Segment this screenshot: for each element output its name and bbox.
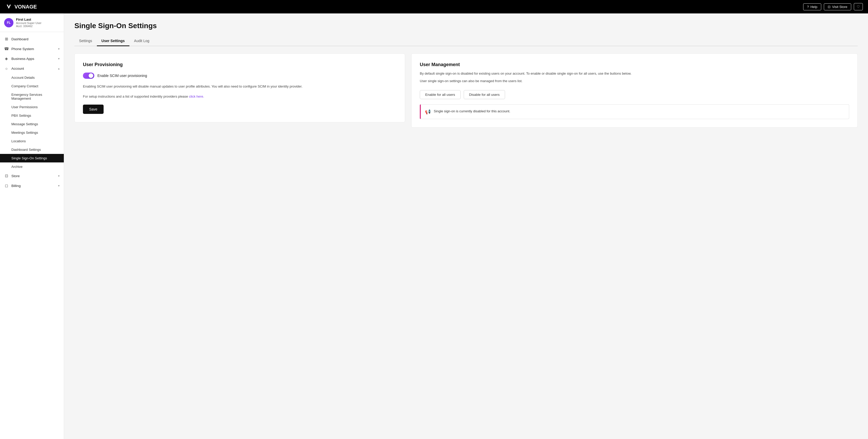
provisioning-description2: For setup instructions and a list of sup… <box>83 94 397 99</box>
scim-toggle[interactable] <box>83 72 94 79</box>
sidebar-item-label: Store <box>11 174 20 178</box>
provisioning-description: Enabling SCIM user provisioning will dis… <box>83 84 397 89</box>
click-here-link[interactable]: click here. <box>189 95 204 98</box>
scim-toggle-row: Enable SCIM user provisioning <box>83 72 397 79</box>
sidebar-item-label: Account <box>11 67 24 70</box>
avatar: FL <box>4 18 13 27</box>
user-provisioning-card: User Provisioning Enable SCIM user provi… <box>74 54 405 122</box>
sidebar-item-label: Company Contact <box>11 84 38 88</box>
sidebar-item-phone-system[interactable]: ☎ Phone System ▾ <box>0 44 64 54</box>
sidebar-item-account[interactable]: ○ Account ▴ <box>0 64 64 73</box>
account-icon: ○ <box>4 66 9 71</box>
sso-status-alert: 📢 Single sign-on is currently disabled f… <box>420 104 849 119</box>
content-grid: User Provisioning Enable SCIM user provi… <box>74 54 858 128</box>
chevron-down-icon: ▾ <box>58 174 60 178</box>
sidebar-item-label: Dashboard <box>11 37 28 41</box>
sidebar-item-meetings-settings[interactable]: Meetings Settings <box>0 128 64 137</box>
heart-icon: ♡ <box>857 5 860 9</box>
tab-audit-log[interactable]: Audit Log <box>129 36 154 46</box>
sidebar-item-sso-settings[interactable]: Single Sign-On Settings <box>0 154 64 162</box>
chevron-down-icon: ▾ <box>58 184 60 187</box>
user-name: First Last <box>16 18 41 22</box>
sidebar-item-label: Locations <box>11 139 26 143</box>
toggle-track <box>83 72 94 79</box>
store-icon: ⊡ <box>828 5 831 9</box>
phone-icon: ☎ <box>4 46 9 51</box>
card-title: User Provisioning <box>83 62 397 67</box>
top-navigation: VONAGE ? Help ⊡ Visit Store ♡ <box>0 0 868 13</box>
management-description1: By default single sign-on is disabled fo… <box>420 71 849 76</box>
help-icon: ? <box>807 5 809 9</box>
sidebar-item-locations[interactable]: Locations <box>0 137 64 146</box>
chevron-down-icon: ▾ <box>58 47 60 51</box>
sidebar-item-company-contact[interactable]: Company Contact <box>0 82 64 90</box>
sidebar-item-business-apps[interactable]: ◈ Business Apps ▾ <box>0 54 64 64</box>
sidebar-item-label: Emergency Services Management <box>11 93 60 100</box>
sidebar-item-emergency-services[interactable]: Emergency Services Management <box>0 90 64 103</box>
sidebar-item-label: Archive <box>11 165 23 169</box>
sidebar-navigation: ⊞ Dashboard ☎ Phone System ▾ ◈ Business … <box>0 32 64 439</box>
save-button[interactable]: Save <box>83 104 103 114</box>
sidebar-item-pbx-settings[interactable]: PBX Settings <box>0 111 64 120</box>
sidebar-item-label: Meetings Settings <box>11 131 38 134</box>
sidebar: FL First Last Account Super User Acct: 3… <box>0 13 64 439</box>
sidebar-item-billing[interactable]: ◻ Billing ▾ <box>0 181 64 191</box>
sidebar-item-label: Phone System <box>11 47 34 51</box>
account-submenu: Account Details Company Contact Emergenc… <box>0 73 64 171</box>
sidebar-item-label: Dashboard Settings <box>11 148 41 152</box>
chevron-up-icon: ▴ <box>58 67 60 70</box>
enable-all-users-button[interactable]: Enable for all users <box>420 90 461 99</box>
disable-all-users-button[interactable]: Disable for all users <box>464 90 505 99</box>
user-acct: Acct: 336462 <box>16 25 41 28</box>
sidebar-item-label: Business Apps <box>11 57 34 61</box>
sidebar-item-label: Billing <box>11 184 21 188</box>
sidebar-item-dashboard[interactable]: ⊞ Dashboard <box>0 34 64 44</box>
tab-user-settings[interactable]: User Settings <box>97 36 129 46</box>
sidebar-item-label: Single Sign-On Settings <box>11 156 47 160</box>
topnav-actions: ? Help ⊡ Visit Store ♡ <box>803 3 863 10</box>
sidebar-item-user-permissions[interactable]: User Permissions <box>0 103 64 111</box>
vonage-logo[interactable]: VONAGE <box>5 3 37 10</box>
apps-icon: ◈ <box>4 56 9 61</box>
store-icon: ⊡ <box>4 174 9 178</box>
user-info: First Last Account Super User Acct: 3364… <box>16 18 41 28</box>
sidebar-item-store[interactable]: ⊡ Store ▾ <box>0 171 64 181</box>
user-profile: FL First Last Account Super User Acct: 3… <box>0 13 64 32</box>
sidebar-item-archive[interactable]: Archive <box>0 162 64 171</box>
billing-icon: ◻ <box>4 183 9 188</box>
management-description2: User single sign-on settings can also be… <box>420 79 849 84</box>
alert-text: Single sign-on is currently disabled for… <box>434 109 510 114</box>
alert-icon: 📢 <box>425 109 431 115</box>
sidebar-item-label: Message Settings <box>11 122 38 126</box>
user-role: Account Super User <box>16 22 41 25</box>
tab-bar: Settings User Settings Audit Log <box>74 36 858 46</box>
user-management-card: User Management By default single sign-o… <box>411 54 858 128</box>
sidebar-item-label: PBX Settings <box>11 114 31 118</box>
main-content: Single Sign-On Settings Settings User Se… <box>64 13 868 439</box>
management-title: User Management <box>420 62 849 67</box>
chevron-down-icon: ▾ <box>58 57 60 60</box>
tab-settings[interactable]: Settings <box>74 36 97 46</box>
help-button[interactable]: ? Help <box>803 3 821 10</box>
logo-text: VONAGE <box>14 4 37 10</box>
page-title: Single Sign-On Settings <box>74 22 858 30</box>
sidebar-item-label: User Permissions <box>11 105 38 109</box>
management-buttons: Enable for all users Disable for all use… <box>420 90 849 99</box>
sidebar-item-account-details[interactable]: Account Details <box>0 73 64 82</box>
sidebar-item-label: Account Details <box>11 76 35 80</box>
favorites-button[interactable]: ♡ <box>854 3 863 10</box>
dashboard-icon: ⊞ <box>4 37 9 41</box>
toggle-label: Enable SCIM user provisioning <box>97 73 147 78</box>
sidebar-item-dashboard-settings[interactable]: Dashboard Settings <box>0 146 64 154</box>
toggle-thumb <box>89 73 93 78</box>
visit-store-button[interactable]: ⊡ Visit Store <box>824 3 851 10</box>
sidebar-item-message-settings[interactable]: Message Settings <box>0 120 64 128</box>
